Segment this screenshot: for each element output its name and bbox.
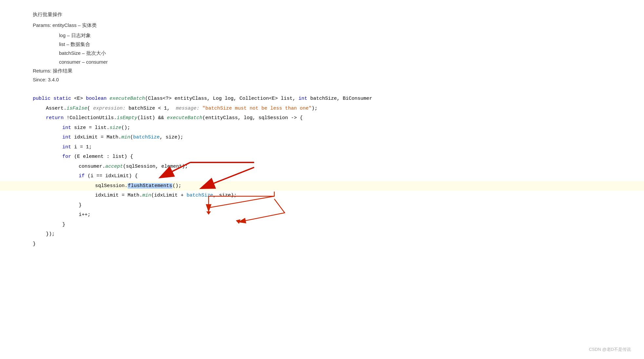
- code-close-batch: });: [46, 230, 55, 239]
- code-line-size: int size = list.size();: [0, 123, 644, 133]
- code-line-idxlimit2: idxLimit = Math.min(idxLimit + batchSize…: [0, 191, 644, 201]
- code-line-close-batch: });: [0, 229, 644, 239]
- since-label: Since:: [33, 77, 47, 82]
- code-line-close-for: }: [0, 220, 644, 230]
- doc-title: 执行批量操作: [33, 10, 611, 19]
- code-close-if: }: [79, 201, 82, 210]
- returns-value: 操作结果: [53, 68, 72, 74]
- param-consumer: consumer – consumer: [33, 57, 611, 66]
- code-assert: Assert.isFalse( expression: batchSize < …: [46, 104, 317, 113]
- code-line-flush: sqlSession.flushStatements();: [0, 181, 644, 191]
- code-close-for: }: [62, 221, 65, 229]
- code-if: if (i == idxLimit) {: [79, 172, 138, 180]
- code-idxlimit: int idxLimit = Math.min(batchSize, size)…: [62, 133, 183, 142]
- code-line-idxlimit: int idxLimit = Math.min(batchSize, size)…: [0, 133, 644, 142]
- doc-params: Params: entityClass – 实体类: [33, 21, 611, 30]
- code-line-close-method: }: [0, 239, 644, 249]
- code-line-iplus: i++;: [0, 210, 644, 220]
- code-flush: sqlSession.flushStatements();: [95, 182, 181, 190]
- code-line-consumer: consumer.accept(sqlSession, element);: [0, 162, 644, 172]
- param-entityClass: entityClass – 实体类: [52, 22, 97, 28]
- since-value: 3.4.0: [48, 77, 59, 82]
- code-line-if: if (i == idxLimit) {: [0, 171, 644, 181]
- code-line-close-if: }: [0, 201, 644, 210]
- code-close-method: }: [33, 240, 36, 248]
- page-container: 执行批量操作 Params: entityClass – 实体类 log – 日…: [0, 0, 644, 359]
- returns-label: Returns:: [33, 68, 51, 74]
- code-line-return: return !CollectionUtils.isEmpty(list) &&…: [0, 113, 644, 123]
- code-consumer: consumer.accept(sqlSession, element);: [79, 162, 188, 171]
- code-size: int size = list.size();: [62, 124, 130, 132]
- code-signature-line: public static <E> boolean executeBatch(C…: [0, 94, 644, 104]
- doc-returns: Returns: 操作结果: [33, 66, 611, 75]
- params-label: Params:: [33, 22, 51, 28]
- param-log: log – 日志对象: [33, 31, 611, 40]
- watermark: CSDN @老D不是传说: [589, 347, 631, 352]
- code-i: int i = 1;: [62, 143, 92, 152]
- doc-since: Since: 3.4.0: [33, 75, 611, 84]
- code-section: public static <E> boolean executeBatch(C…: [0, 91, 644, 252]
- code-idxlimit2: idxLimit = Math.min(idxLimit + batchSize…: [95, 191, 237, 200]
- code-iplus: i++;: [79, 211, 91, 219]
- param-list: list – 数据集合: [33, 40, 611, 49]
- code-line-for: for (E element : list) {: [0, 152, 644, 162]
- doc-section: 执行批量操作 Params: entityClass – 实体类 log – 日…: [0, 7, 644, 91]
- code-line-assert: Assert.isFalse( expression: batchSize < …: [0, 104, 644, 114]
- code-line-i: int i = 1;: [0, 142, 644, 152]
- code-for: for (E element : list) {: [62, 153, 133, 161]
- param-batchSize: batchSize – 批次大小: [33, 49, 611, 57]
- code-signature: public static <E> boolean executeBatch(C…: [33, 95, 372, 103]
- code-return: return !CollectionUtils.isEmpty(list) &&…: [46, 114, 303, 122]
